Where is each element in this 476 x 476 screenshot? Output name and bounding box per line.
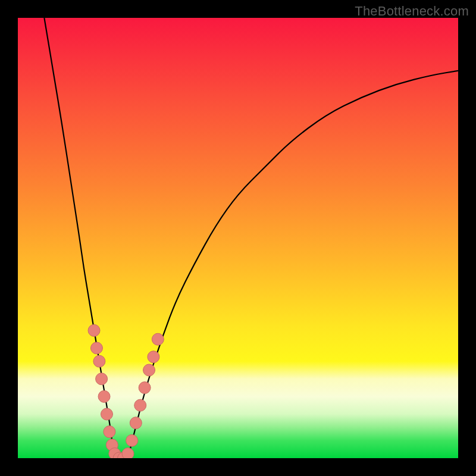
highlight-marker bbox=[130, 417, 142, 429]
plot-area bbox=[18, 18, 458, 458]
highlight-marker bbox=[143, 364, 155, 376]
highlight-markers bbox=[88, 324, 164, 458]
highlight-marker bbox=[126, 434, 138, 446]
curve-right-branch bbox=[128, 71, 458, 458]
highlight-marker bbox=[90, 342, 102, 354]
highlight-marker bbox=[139, 382, 151, 394]
highlight-marker bbox=[152, 333, 164, 345]
highlight-marker bbox=[148, 351, 159, 363]
chart-frame: TheBottleneck.com bbox=[0, 0, 476, 476]
highlight-marker bbox=[104, 426, 115, 438]
highlight-marker bbox=[93, 355, 105, 367]
highlight-marker bbox=[122, 448, 134, 458]
highlight-marker bbox=[98, 390, 110, 402]
watermark-text: TheBottleneck.com bbox=[355, 4, 469, 19]
highlight-marker bbox=[101, 408, 112, 420]
highlight-marker bbox=[88, 324, 100, 336]
chart-svg bbox=[18, 18, 458, 458]
highlight-marker bbox=[96, 373, 108, 385]
highlight-marker bbox=[134, 399, 146, 411]
